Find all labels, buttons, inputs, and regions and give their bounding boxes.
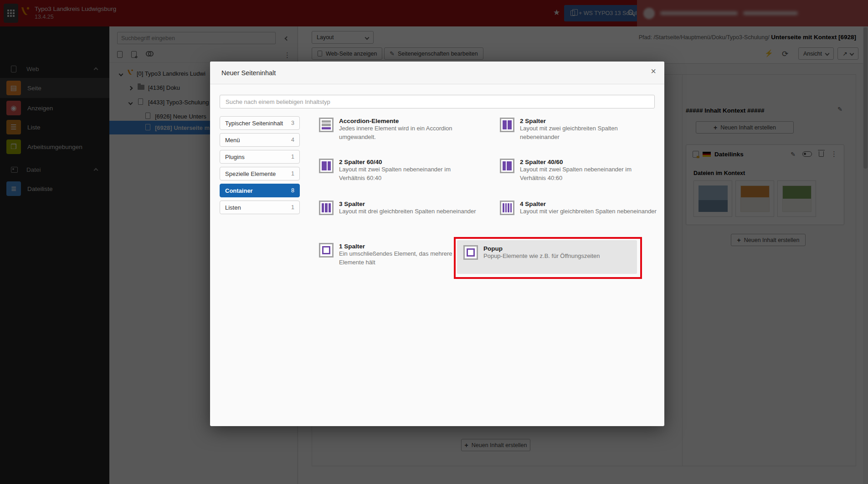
two-columns-60-40-icon bbox=[319, 159, 334, 173]
close-icon[interactable]: × bbox=[651, 67, 656, 76]
tab-label: Typischer Seiteninhalt bbox=[225, 120, 283, 127]
content-type-desc: Layout mit zwei Spalten nebeneinander im… bbox=[339, 166, 451, 181]
content-type-2-spalter[interactable]: 2 Spalter Layout mit zwei gleichbreiten … bbox=[500, 118, 657, 142]
tab-spezielle-elemente[interactable]: Spezielle Elemente 1 bbox=[220, 167, 300, 180]
content-type-popup-highlighted[interactable]: Popup Popup-Elemente wie z.B. für Öffnun… bbox=[457, 240, 637, 274]
tab-plugins[interactable]: Plugins 1 bbox=[220, 150, 300, 164]
tab-count: 3 bbox=[291, 120, 294, 126]
content-type-title: 4 Spalter bbox=[520, 201, 546, 207]
content-type-title: 2 Spalter 60/40 bbox=[339, 159, 382, 165]
tab-menue[interactable]: Menü 4 bbox=[220, 133, 300, 147]
tab-count: 1 bbox=[291, 170, 294, 177]
content-type-1-spalter[interactable]: 1 Spalter Ein umschließendes Element, da… bbox=[319, 243, 476, 267]
three-columns-icon bbox=[319, 201, 334, 215]
tab-listen[interactable]: Listen 1 bbox=[220, 201, 300, 214]
modal-header: Neuer Seiteninhalt × bbox=[210, 62, 664, 84]
content-type-popup[interactable]: Popup Popup-Elemente wie z.B. für Öffnun… bbox=[463, 245, 621, 261]
tab-count: 8 bbox=[291, 187, 294, 194]
two-columns-icon bbox=[500, 118, 514, 132]
typo3-backend: Typo3 Landkreis Ludwigsburg 13.4.25 ★ + … bbox=[0, 0, 868, 484]
tab-label: Plugins bbox=[225, 154, 245, 160]
content-type-accordion[interactable]: Accordion-Elemente Jedes innere Element … bbox=[319, 118, 476, 142]
new-content-modal: Neuer Seiteninhalt × Typischer Seiteninh… bbox=[210, 62, 664, 426]
content-type-title: Popup bbox=[483, 245, 503, 252]
tab-label: Listen bbox=[225, 204, 241, 211]
content-type-title: 3 Spalter bbox=[339, 201, 365, 207]
tab-label: Menü bbox=[225, 137, 240, 144]
tab-label: Spezielle Elemente bbox=[225, 170, 276, 177]
content-type-desc: Jedes innere Element wird in ein Accordi… bbox=[339, 125, 452, 140]
tab-count: 1 bbox=[291, 204, 294, 211]
content-type-title: Accordion-Elemente bbox=[339, 118, 399, 124]
tab-label: Container bbox=[225, 187, 253, 194]
content-type-desc: Popup-Elemente wie z.B. für Öffnungszeit… bbox=[483, 252, 600, 259]
content-type-desc: Layout mit zwei gleichbreiten Spalten ne… bbox=[520, 125, 618, 140]
content-type-title: 1 Spalter bbox=[339, 243, 365, 250]
tab-count: 1 bbox=[291, 154, 294, 160]
two-columns-40-60-icon bbox=[500, 159, 514, 173]
content-type-desc: Layout mit vier gleichbreiten Spalten ne… bbox=[520, 208, 657, 215]
content-type-desc: Ein umschließendes Element, das mehrere … bbox=[339, 250, 452, 266]
accordion-icon bbox=[319, 118, 334, 132]
content-type-2-spalter-60-40[interactable]: 2 Spalter 60/40 Layout mit zwei Spalten … bbox=[319, 159, 476, 183]
popup-icon bbox=[463, 245, 478, 260]
content-type-title: 2 Spalter bbox=[520, 118, 546, 124]
content-type-search-input[interactable] bbox=[220, 95, 655, 108]
content-type-title: 2 Spalter 40/60 bbox=[520, 159, 563, 165]
content-type-3-spalter[interactable]: 3 Spalter Layout mit drei gleichbreiten … bbox=[319, 201, 476, 216]
tab-container-active[interactable]: Container 8 bbox=[220, 184, 300, 197]
content-type-desc: Layout mit drei gleichbreiten Spalten ne… bbox=[339, 208, 476, 215]
content-type-4-spalter[interactable]: 4 Spalter Layout mit vier gleichbreiten … bbox=[500, 201, 657, 216]
four-columns-icon bbox=[500, 201, 514, 215]
modal-title: Neuer Seiteninhalt bbox=[221, 69, 276, 77]
content-type-desc: Layout mit zwei Spalten nebeneinander im… bbox=[520, 166, 632, 181]
one-column-icon bbox=[319, 243, 334, 257]
tab-typischer-seiteninhalt[interactable]: Typischer Seiteninhalt 3 bbox=[220, 116, 300, 130]
content-type-2-spalter-40-60[interactable]: 2 Spalter 40/60 Layout mit zwei Spalten … bbox=[500, 159, 657, 183]
tab-count: 4 bbox=[291, 137, 294, 143]
